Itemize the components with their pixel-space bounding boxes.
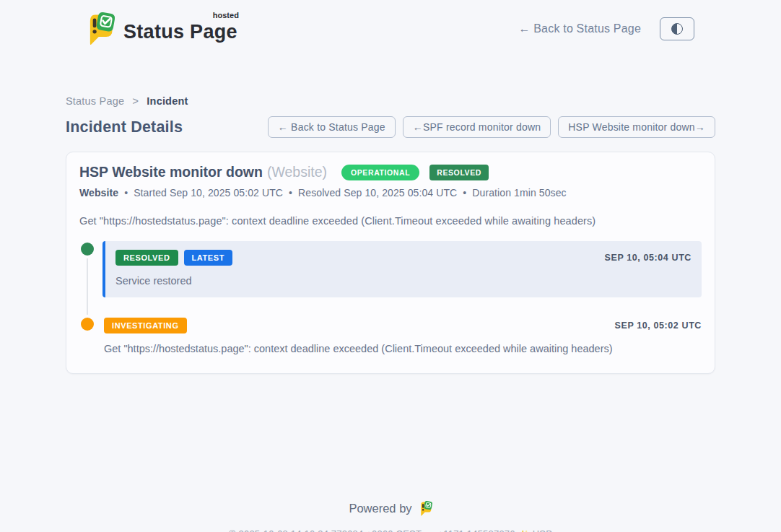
powered-by-label: Powered by — [349, 502, 411, 515]
breadcrumb: Status Page > Incident — [66, 95, 715, 107]
operational-status-badge: OPERATIONAL — [341, 165, 419, 180]
copyright-line: © 2025-10-08 14:10:34.772084 +0200 CEST … — [0, 528, 781, 532]
timeline-entry-investigating: INVESTIGATING SEP 10, 05:02 UTC Get "htt… — [79, 316, 702, 354]
main-content: Status Page > Incident Incident Details … — [66, 95, 715, 374]
contrast-half-circle-icon — [671, 23, 683, 35]
incident-description: Get "https://hostedstatus.page": context… — [79, 215, 702, 227]
page-title: Incident Details — [66, 118, 183, 136]
investigating-badge: INVESTIGATING — [104, 318, 187, 333]
timeline-dot-orange — [81, 318, 94, 331]
meta-started: Started Sep 10, 2025 05:02 UTC — [134, 187, 283, 199]
copyright-text: © 2025-10-08 14:10:34.772084 +0200 CEST … — [229, 528, 515, 532]
meta-resolved: Resolved Sep 10, 2025 05:04 UTC — [298, 187, 457, 199]
incident-nav-buttons: ← Back to Status Page ←SPF record monito… — [268, 116, 715, 138]
incident-card: HSP Website monitor down (Website) OPERA… — [66, 152, 715, 374]
brand-superscript: hosted — [213, 11, 239, 19]
timeline-entry-card: RESOLVED LATEST SEP 10, 05:04 UTC Servic… — [102, 241, 702, 297]
theme-toggle-button[interactable] — [660, 17, 694, 40]
prev-incident-button[interactable]: ←SPF record monitor down — [403, 116, 551, 138]
meta-component: Website — [79, 187, 118, 199]
incident-component: (Website) — [267, 164, 327, 180]
breadcrumb-incident: Incident — [147, 95, 188, 107]
timeline-message: Service restored — [115, 275, 691, 287]
timeline-message: Get "https://hostedstatus.page": context… — [104, 343, 702, 354]
status-page-logo-icon — [85, 12, 115, 45]
copyright-brand: HSP — [533, 528, 552, 532]
brand-name: Status Page — [123, 21, 237, 43]
status-page-logo-icon-small — [419, 501, 432, 516]
powered-by[interactable]: Powered by — [349, 501, 432, 516]
timeline-entry-resolved: RESOLVED LATEST SEP 10, 05:04 UTC Servic… — [79, 241, 702, 297]
latest-badge: LATEST — [184, 250, 233, 266]
header: hosted Status Page ← Back to Status Page — [0, 0, 781, 55]
next-incident-button[interactable]: HSP Website monitor down→ — [558, 116, 715, 138]
timeline-dot-green — [81, 243, 94, 256]
back-to-status-page-button[interactable]: ← Back to Status Page — [268, 116, 396, 138]
resolved-badge: RESOLVED — [115, 250, 178, 266]
incident-title: HSP Website monitor down — [79, 164, 263, 180]
header-back-to-status-page-link[interactable]: ← Back to Status Page — [518, 22, 641, 35]
footer: Powered by © 2025-10-08 14:10:34.772084 … — [0, 501, 781, 532]
brand-logo[interactable]: hosted Status Page — [85, 12, 237, 45]
timeline-timestamp: SEP 10, 05:02 UTC — [615, 320, 702, 331]
breadcrumb-separator: > — [132, 95, 139, 107]
timeline-timestamp: SEP 10, 05:04 UTC — [605, 253, 691, 263]
resolved-status-badge: RESOLVED — [429, 165, 489, 180]
breadcrumb-status-page[interactable]: Status Page — [66, 95, 124, 107]
incident-timeline: RESOLVED LATEST SEP 10, 05:04 UTC Servic… — [79, 241, 702, 354]
meta-duration: Duration 1min 50sec — [472, 187, 566, 199]
sparkles-icon — [519, 529, 529, 532]
incident-meta: Website • Started Sep 10, 2025 05:02 UTC… — [79, 187, 702, 199]
